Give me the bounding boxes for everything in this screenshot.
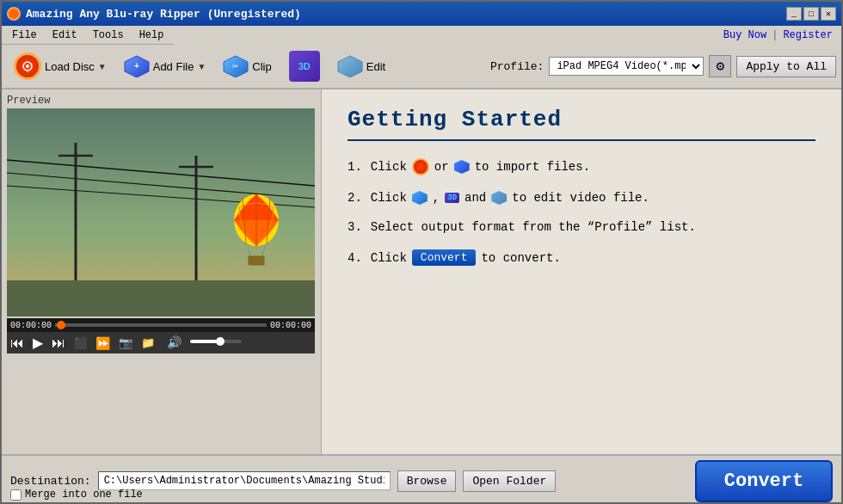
step-1: 1. Click or to import files. xyxy=(348,158,815,175)
volume-icon: 🔊 xyxy=(167,335,182,350)
step-1-text3: to import files. xyxy=(475,160,590,174)
progress-bar[interactable] xyxy=(55,323,267,327)
window-title: Amazing Any Blu-ray Ripper (Unregistered… xyxy=(26,8,301,21)
svg-text:✂: ✂ xyxy=(232,62,239,71)
playback-controls: ⏮ ▶ ⏭ ⬛ ⏩ 📷 📁 🔊 xyxy=(7,332,315,353)
separator: | xyxy=(772,29,778,41)
menu-bar: File Edit Tools Help xyxy=(2,26,174,45)
timeline: 00:00:00 00:00:00 xyxy=(7,318,315,332)
gear-button[interactable]: ⚙ xyxy=(709,55,731,77)
step-2-text4: to edit video file. xyxy=(512,191,649,205)
video-preview xyxy=(7,108,315,317)
load-disc-label: Load Disc xyxy=(45,60,95,73)
fast-forward-button[interactable]: ⏭ xyxy=(50,336,67,350)
merge-area: Merge into one file xyxy=(10,489,143,501)
svg-point-1 xyxy=(26,65,29,68)
menu-file[interactable]: File xyxy=(5,28,44,43)
load-disc-arrow: ▼ xyxy=(98,62,107,71)
time-left: 00:00:00 xyxy=(10,321,52,330)
folder-button[interactable]: 📁 xyxy=(139,337,157,348)
menu-edit[interactable]: Edit xyxy=(46,28,84,43)
step-2-num: 2. xyxy=(348,191,362,205)
add-file-button[interactable]: + Add File ▼ xyxy=(117,52,213,81)
menu-help[interactable]: Help xyxy=(132,28,171,43)
profile-area: Profile: iPad MPEG4 Video(*.mp4) ⚙ Apply… xyxy=(490,55,836,77)
open-folder-button[interactable]: Open Folder xyxy=(463,470,556,492)
load-disc-icon: + xyxy=(14,52,41,80)
bottom-bar: Destination: Browse Open Folder Merge in… xyxy=(2,454,841,504)
register-link[interactable]: Register xyxy=(783,29,833,41)
minimize-button[interactable]: _ xyxy=(786,7,802,21)
step-4-text2: to convert. xyxy=(481,251,560,265)
browse-button[interactable]: Browse xyxy=(397,470,457,492)
stop-button[interactable]: ⬛ xyxy=(72,338,89,348)
step-4-num: 4. xyxy=(348,251,362,265)
add-file-arrow: ▼ xyxy=(197,62,206,71)
clip-icon: ✂ xyxy=(223,55,249,77)
step-2-text2: , xyxy=(433,191,440,205)
step-4: 4. Click Convert to convert. xyxy=(348,249,815,266)
toolbar: + Load Disc ▼ + Add File ▼ ✂ Clip 3D xyxy=(2,45,841,89)
svg-rect-22 xyxy=(249,256,264,265)
window-controls: _ □ ✕ xyxy=(786,7,836,21)
edit-icon xyxy=(337,55,363,77)
apply-all-button[interactable]: Apply to All xyxy=(736,56,836,77)
preview-svg xyxy=(7,108,315,317)
step-3-text1: Select output format from the “Profile” … xyxy=(371,220,696,234)
step-1-load-icon xyxy=(412,158,429,175)
add-file-label: Add File xyxy=(153,60,194,73)
step-2-3d-icon: 3D xyxy=(445,193,459,203)
preview-label: Preview xyxy=(7,95,316,107)
step-2-clip-icon xyxy=(412,191,428,205)
rewind-button[interactable]: ⏮ xyxy=(9,336,26,350)
left-panel: Preview xyxy=(2,89,322,454)
step-2-text1: Click xyxy=(371,191,407,205)
volume-knob xyxy=(216,337,225,346)
merge-label: Merge into one file xyxy=(25,489,143,501)
step-2-text3: and xyxy=(465,191,486,205)
volume-slider-container[interactable] xyxy=(187,340,242,346)
getting-started-title: Getting Started xyxy=(348,107,815,132)
screenshot-button[interactable]: 📷 xyxy=(117,337,134,348)
step-1-text1: Click xyxy=(371,160,407,174)
convert-button[interactable]: Convert xyxy=(695,460,833,502)
play-button[interactable]: ▶ xyxy=(31,336,45,350)
step-2: 2. Click , 3D and to edit video file. xyxy=(348,191,815,205)
close-button[interactable]: ✕ xyxy=(821,7,836,21)
progress-dot xyxy=(57,321,65,329)
step-3-num: 3. xyxy=(348,220,362,234)
step-2-edit-icon xyxy=(491,191,507,205)
step-1-num: 1. xyxy=(348,160,362,174)
step-3: 3. Select output format from the “Profil… xyxy=(348,220,815,234)
right-panel: Getting Started 1. Click or to import fi… xyxy=(322,89,841,454)
divider xyxy=(348,139,815,141)
app-icon xyxy=(7,7,21,21)
menu-tools[interactable]: Tools xyxy=(86,28,131,43)
load-disc-button[interactable]: + Load Disc ▼ xyxy=(7,49,114,83)
next-frame-button[interactable]: ⏩ xyxy=(94,337,112,349)
profile-select[interactable]: iPad MPEG4 Video(*.mp4) xyxy=(549,57,704,76)
svg-text:+: + xyxy=(134,61,139,71)
buy-now-link[interactable]: Buy Now xyxy=(723,29,766,41)
merge-checkbox[interactable] xyxy=(10,489,22,501)
edit-label: Edit xyxy=(366,60,385,73)
3d-button[interactable]: 3D xyxy=(282,47,327,85)
title-bar: Amazing Any Blu-ray Ripper (Unregistered… xyxy=(2,2,841,26)
svg-rect-23 xyxy=(7,280,315,317)
add-file-icon: + xyxy=(124,55,150,77)
destination-path[interactable] xyxy=(98,471,391,490)
3d-label: 3D xyxy=(298,61,311,71)
step-1-add-icon xyxy=(454,160,470,174)
clip-button[interactable]: ✂ Clip xyxy=(216,52,278,81)
profile-label: Profile: xyxy=(490,60,544,73)
title-left: Amazing Any Blu-ray Ripper (Unregistered… xyxy=(7,7,301,21)
step-4-text1: Click xyxy=(371,251,407,265)
time-right: 00:00:00 xyxy=(270,321,311,330)
destination-label: Destination: xyxy=(10,475,91,488)
clip-label: Clip xyxy=(252,60,271,73)
3d-icon: 3D xyxy=(289,51,320,82)
maximize-button[interactable]: □ xyxy=(803,7,819,21)
svg-marker-7 xyxy=(338,56,362,77)
edit-button[interactable]: Edit xyxy=(330,52,392,81)
step-4-convert-icon: Convert xyxy=(412,249,477,266)
